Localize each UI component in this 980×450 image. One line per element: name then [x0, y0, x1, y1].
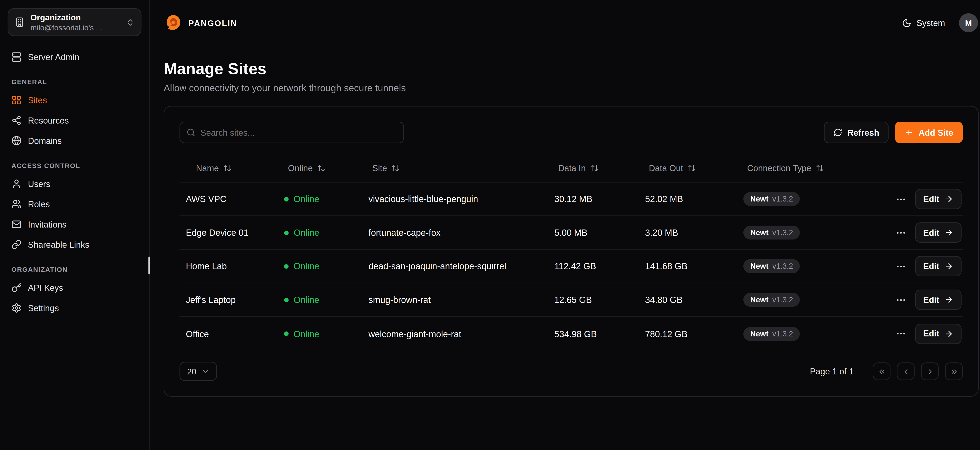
sidebar-item-server-admin[interactable]: Server Admin [8, 48, 142, 67]
column-label: Data In [558, 163, 586, 173]
client-version: v1.3.2 [772, 329, 793, 338]
row-actions: Edit [876, 222, 963, 243]
ellipsis-icon [895, 328, 906, 339]
client-name: Newt [750, 261, 768, 271]
sidebar-item-users[interactable]: Users [8, 174, 142, 193]
prev-page-button[interactable] [897, 363, 915, 380]
refresh-label: Refresh [847, 128, 879, 137]
sidebar-item-resources[interactable]: Resources [8, 111, 142, 130]
row-menu-button[interactable] [895, 227, 906, 238]
chevrons-up-down-icon [126, 18, 134, 26]
chevron-left-icon [902, 367, 910, 376]
first-page-button[interactable] [873, 363, 891, 380]
connection-type-badge: Newt v1.3.2 [743, 326, 800, 341]
org-text: Organization milo@fossorial.io's ... [30, 12, 121, 32]
column-header-connection-type[interactable]: Connection Type [737, 163, 876, 173]
data-in: 5.00 MB [548, 228, 639, 238]
column-header-online[interactable]: Online [278, 163, 362, 173]
theme-toggle[interactable]: System [902, 18, 945, 28]
org-title: Organization [30, 12, 121, 22]
table-row: AWS VPC Online vivacious-little-blue-pen… [180, 182, 963, 216]
row-menu-button[interactable] [895, 294, 906, 305]
status-label: Online [294, 261, 319, 271]
edit-label: Edit [923, 329, 939, 338]
search-box [180, 122, 404, 143]
data-out: 52.02 MB [639, 194, 737, 204]
edit-label: Edit [923, 295, 939, 304]
edit-button[interactable]: Edit [915, 222, 962, 243]
arrow-right-icon [944, 228, 953, 237]
globe-icon [11, 136, 22, 146]
chevron-right-icon [926, 367, 934, 376]
column-label: Site [372, 163, 387, 173]
arrow-right-icon [944, 295, 953, 304]
sidebar-item-roles[interactable]: Roles [8, 195, 142, 214]
sidebar-item-shareable-links[interactable]: Shareable Links [8, 235, 142, 254]
pagination: Page 1 of 1 [810, 363, 963, 380]
data-in: 534.98 GB [548, 329, 639, 339]
site-name: Office [180, 329, 278, 339]
sort-icon [317, 164, 325, 172]
server-icon [11, 52, 22, 62]
avatar[interactable]: M [959, 13, 978, 32]
client-name: Newt [750, 195, 768, 203]
client-version: v1.3.2 [772, 261, 793, 271]
column-label: Connection Type [747, 163, 811, 173]
edit-button[interactable]: Edit [915, 189, 962, 209]
plus-icon [905, 128, 913, 137]
connection-type-badge: Newt v1.3.2 [743, 226, 800, 239]
next-page-button[interactable] [921, 363, 939, 380]
connection-type-badge: Newt v1.3.2 [743, 259, 800, 273]
status-label: Online [294, 295, 319, 305]
column-header-data-in[interactable]: Data In [548, 163, 639, 173]
link-icon [11, 239, 22, 250]
data-in: 112.42 GB [548, 261, 639, 271]
column-header-data-out[interactable]: Data Out [639, 163, 737, 173]
refresh-button[interactable]: Refresh [824, 122, 889, 143]
mail-icon [11, 219, 22, 230]
column-header-name[interactable]: Name [180, 163, 278, 173]
add-site-button[interactable]: Add Site [895, 122, 963, 143]
search-input[interactable] [200, 128, 397, 137]
column-header-site[interactable]: Site [362, 163, 548, 173]
last-page-button[interactable] [945, 363, 963, 380]
status-badge: Online [278, 261, 362, 271]
sidebar-item-label: Invitations [28, 220, 67, 229]
connection-type-cell: Newt v1.3.2 [737, 192, 876, 206]
edit-button[interactable]: Edit [915, 323, 962, 344]
page-info: Page 1 of 1 [810, 367, 854, 376]
status-label: Online [294, 329, 319, 339]
table-row: Home Lab Online dead-san-joaquin-antelop… [180, 250, 963, 284]
data-out: 780.12 GB [639, 329, 737, 339]
edit-button[interactable]: Edit [915, 256, 962, 276]
sidebar-item-invitations[interactable]: Invitations [8, 215, 142, 234]
row-menu-button[interactable] [895, 194, 906, 204]
ellipsis-icon [895, 194, 906, 204]
org-selector[interactable]: Organization milo@fossorial.io's ... [8, 8, 142, 36]
sidebar-section-access-control: ACCESS CONTROL [11, 162, 138, 169]
sidebar-item-domains[interactable]: Domains [8, 131, 142, 150]
client-version: v1.3.2 [772, 295, 793, 304]
card-toolbar: Refresh Add Site [180, 122, 963, 143]
sort-icon [223, 164, 231, 172]
sidebar-item-api-keys[interactable]: API Keys [8, 278, 142, 297]
waypoints-icon [11, 115, 22, 125]
app-window: Organization milo@fossorial.io's ... Ser… [0, 0, 980, 450]
row-menu-button[interactable] [895, 328, 906, 339]
edit-button[interactable]: Edit [915, 290, 962, 310]
connection-type-badge: Newt v1.3.2 [743, 293, 800, 307]
ellipsis-icon [895, 294, 906, 305]
row-menu-button[interactable] [895, 261, 906, 272]
row-actions: Edit [876, 323, 963, 344]
sidebar-scrollbar-thumb[interactable] [148, 257, 150, 274]
sites-table: Name Online Site Data In [180, 155, 963, 350]
page-size-select[interactable]: 20 [180, 362, 217, 381]
moon-icon [902, 18, 912, 28]
sort-icon [590, 164, 598, 172]
connection-type-badge: Newt v1.3.2 [743, 192, 800, 206]
column-label: Name [196, 163, 219, 173]
sidebar-item-sites[interactable]: Sites [8, 91, 142, 110]
pangolin-logo [164, 13, 183, 32]
sidebar-item-settings[interactable]: Settings [8, 298, 142, 317]
online-dot [284, 331, 289, 336]
